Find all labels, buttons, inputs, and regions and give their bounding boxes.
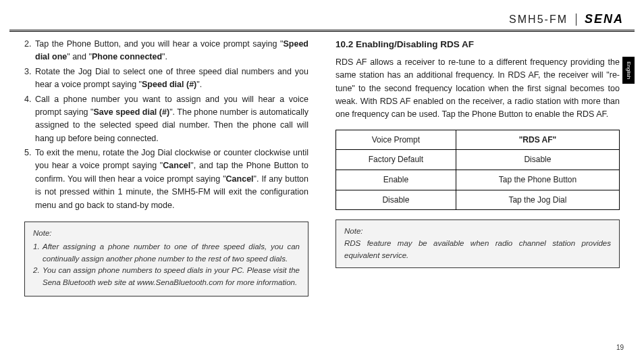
page-number: 19 bbox=[616, 344, 624, 351]
table-cell: Factory Default bbox=[336, 150, 456, 170]
list-text: Tap the Phone Button, and you will hear … bbox=[35, 38, 308, 64]
note-title: Note: bbox=[33, 228, 300, 240]
content-area: 2. Tap the Phone Button, and you will he… bbox=[24, 38, 620, 335]
list-text: To exit the menu, rotate the Jog Dial cl… bbox=[35, 147, 308, 212]
note-box-left: Note: 1. After assigning a phone number … bbox=[24, 222, 308, 296]
instruction-item: 2. Tap the Phone Button, and you will he… bbox=[24, 38, 308, 64]
list-number: 5. bbox=[24, 147, 35, 212]
table-row: Voice Prompt "RDS AF" bbox=[336, 130, 620, 150]
table-cell: Tap the Phone Button bbox=[456, 170, 619, 190]
language-tab: English bbox=[622, 57, 635, 84]
instruction-item: 5. To exit the menu, rotate the Jog Dial… bbox=[24, 147, 308, 212]
table-cell: Disable bbox=[456, 150, 619, 170]
table-cell: "RDS AF" bbox=[456, 130, 619, 150]
header-rule bbox=[9, 30, 635, 32]
note-text: RDS feature may be available when radio … bbox=[344, 238, 611, 262]
model-label: SMH5-FM bbox=[509, 14, 568, 26]
note-item: 2. You can assign phone numbers to speed… bbox=[33, 265, 300, 289]
section-paragraph: RDS AF allows a receiver to re-tune to a… bbox=[336, 56, 620, 122]
table-cell: Tap the Jog Dial bbox=[456, 190, 619, 210]
right-column: 10.2 Enabling/Disabling RDS AF RDS AF al… bbox=[336, 38, 620, 335]
table-cell: Disable bbox=[336, 190, 456, 210]
section-heading: 10.2 Enabling/Disabling RDS AF bbox=[336, 38, 620, 52]
rds-table: Voice Prompt "RDS AF" Factory Default Di… bbox=[336, 130, 620, 210]
header: SMH5-FM SENA bbox=[509, 12, 624, 26]
note-box-right: Note: RDS feature may be available when … bbox=[336, 219, 620, 267]
instruction-item: 4. Call a phone number you want to assig… bbox=[24, 93, 308, 146]
table-cell: Voice Prompt bbox=[336, 130, 456, 150]
table-row: Enable Tap the Phone Button bbox=[336, 170, 620, 190]
list-text: Rotate the Jog Dial to select one of thr… bbox=[35, 66, 308, 92]
brand-logo: SENA bbox=[585, 12, 624, 26]
note-title: Note: bbox=[344, 226, 611, 238]
note-list: 1. After assigning a phone number to one… bbox=[33, 241, 300, 289]
list-number: 2. bbox=[24, 38, 35, 64]
left-column: 2. Tap the Phone Button, and you will he… bbox=[24, 38, 308, 335]
note-item: 1. After assigning a phone number to one… bbox=[33, 241, 300, 265]
list-text: Call a phone number you want to assign a… bbox=[35, 93, 308, 146]
table-cell: Enable bbox=[336, 170, 456, 190]
instruction-item: 3. Rotate the Jog Dial to select one of … bbox=[24, 66, 308, 92]
table-row: Factory Default Disable bbox=[336, 150, 620, 170]
header-divider bbox=[576, 14, 576, 26]
instruction-list: 2. Tap the Phone Button, and you will he… bbox=[24, 38, 308, 212]
list-number: 3. bbox=[24, 66, 35, 92]
list-number: 4. bbox=[24, 93, 35, 146]
table-row: Disable Tap the Jog Dial bbox=[336, 190, 620, 210]
